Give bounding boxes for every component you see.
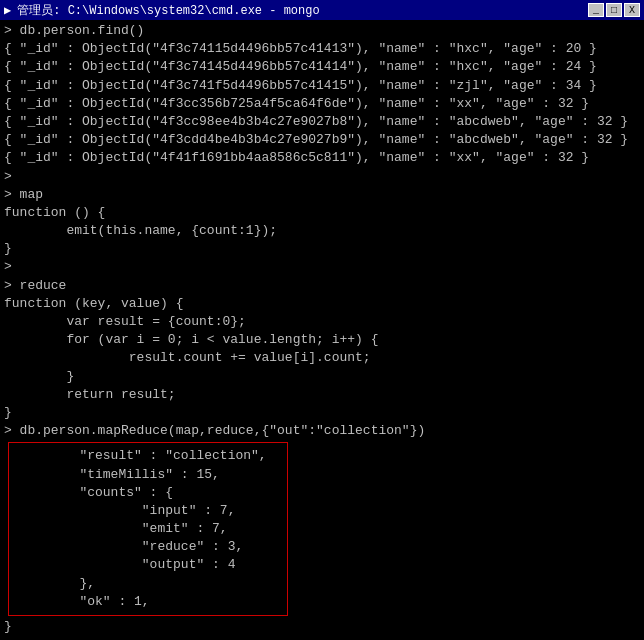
result-line: "counts" : {	[17, 484, 279, 502]
terminal-line: for (var i = 0; i < value.length; i++) {	[4, 331, 640, 349]
terminal-line: }	[4, 404, 640, 422]
terminal-line: > reduce	[4, 277, 640, 295]
terminal-line: > db.person.find()	[4, 22, 640, 40]
terminal-line: { "_id" : ObjectId("4f3cc356b725a4f5ca64…	[4, 95, 640, 113]
terminal-line: { "_id" : ObjectId("4f3cc98ee4b3b4c27e90…	[4, 113, 640, 131]
result-box: "result" : "collection", "timeMillis" : …	[8, 442, 288, 616]
terminal-line: }	[4, 368, 640, 386]
result-line: "reduce" : 3,	[17, 538, 279, 556]
close-button[interactable]: X	[624, 3, 640, 17]
terminal-line: { "_id" : ObjectId("4f3c74145d4496bb57c4…	[4, 58, 640, 76]
terminal-line: var result = {count:0};	[4, 313, 640, 331]
terminal-line: emit(this.name, {count:1});	[4, 222, 640, 240]
terminal: > db.person.find(){ "_id" : ObjectId("4f…	[0, 20, 644, 640]
terminal-line: { "_id" : ObjectId("4f3cdd4be4b3b4c27e90…	[4, 131, 640, 149]
result-line: "timeMillis" : 15,	[17, 466, 279, 484]
result-line: },	[17, 575, 279, 593]
after-box-line: }	[4, 618, 640, 636]
result-line: "input" : 7,	[17, 502, 279, 520]
terminal-line: function (key, value) {	[4, 295, 640, 313]
terminal-line: }	[4, 240, 640, 258]
window-title: 管理员: C:\Windows\system32\cmd.exe - mongo	[17, 2, 319, 19]
result-line: "result" : "collection",	[17, 447, 279, 465]
maximize-button[interactable]: □	[606, 3, 622, 17]
terminal-line: > map	[4, 186, 640, 204]
terminal-line: >	[4, 168, 640, 186]
terminal-content: > db.person.find(){ "_id" : ObjectId("4f…	[4, 22, 640, 636]
terminal-line: >	[4, 258, 640, 276]
title-bar-left: ▶ 管理员: C:\Windows\system32\cmd.exe - mon…	[4, 2, 320, 19]
terminal-line: return result;	[4, 386, 640, 404]
terminal-line: { "_id" : ObjectId("4f3c74115d4496bb57c4…	[4, 40, 640, 58]
title-bar-buttons: _ □ X	[588, 3, 640, 17]
terminal-line: { "_id" : ObjectId("4f41f1691bb4aa8586c5…	[4, 149, 640, 167]
terminal-line: { "_id" : ObjectId("4f3c741f5d4496bb57c4…	[4, 77, 640, 95]
title-bar: ▶ 管理员: C:\Windows\system32\cmd.exe - mon…	[0, 0, 644, 20]
cmd-icon: ▶	[4, 3, 11, 18]
result-box-wrapper: "result" : "collection", "timeMillis" : …	[4, 440, 640, 618]
result-line: "output" : 4	[17, 556, 279, 574]
result-line: "ok" : 1,	[17, 593, 279, 611]
terminal-line: function () {	[4, 204, 640, 222]
minimize-button[interactable]: _	[588, 3, 604, 17]
terminal-line: result.count += value[i].count;	[4, 349, 640, 367]
terminal-line: > db.person.mapReduce(map,reduce,{"out":…	[4, 422, 640, 440]
result-line: "emit" : 7,	[17, 520, 279, 538]
